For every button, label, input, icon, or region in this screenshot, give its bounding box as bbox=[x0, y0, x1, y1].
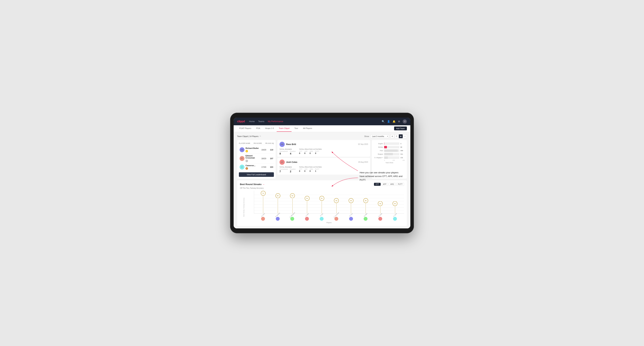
tournament-val-rees: 8 bbox=[280, 152, 288, 155]
bar-track-eagles bbox=[384, 142, 399, 145]
practice-item-josh: Practice 2 bbox=[290, 168, 296, 173]
streaks-panel: Best Round Streaks ← OTT APP ARG PUTT Of… bbox=[237, 180, 407, 226]
bar-chart-inner: Eagles 3 Birdies bbox=[374, 142, 405, 159]
col-ewert: 7x bbox=[261, 191, 266, 213]
bar-row-birdies: Birdies 96 bbox=[374, 146, 405, 148]
axis-0: 0 bbox=[384, 160, 385, 161]
edit-icon[interactable]: ✏ bbox=[260, 135, 261, 137]
navbar: clippd Home Teams My Performance 🔍 👤 🔔 ⚙… bbox=[234, 118, 410, 125]
chart-columns: 7x 6x bbox=[254, 191, 404, 213]
bar-track-birdies bbox=[384, 146, 399, 148]
activities-group-rees: Total Practice Activities OTT 0 APP bbox=[299, 148, 322, 155]
card-header-rees: RB Rees Britt 02 Sep 2023 bbox=[280, 142, 368, 147]
team-header: Team Clippd | 14 Players ✏ Show Last 3 m… bbox=[237, 134, 407, 138]
bar-count-pars: 499 bbox=[400, 150, 405, 152]
search-icon[interactable]: 🔍 bbox=[382, 120, 385, 123]
view-leaderboard-btn[interactable]: View Full Leaderboard bbox=[239, 172, 274, 177]
activities-sub-rees: OTT 0 APP 0 ARG bbox=[299, 151, 322, 154]
player-score-2: 18/20 bbox=[261, 158, 266, 160]
time-period-select[interactable]: Last 3 months Last 6 months Last 12 mont… bbox=[370, 135, 389, 138]
grid-view-btn[interactable]: ⊞ bbox=[390, 134, 394, 138]
subnav-team-clippd[interactable]: Team Clippd bbox=[277, 125, 292, 132]
streaks-title-text: Best Round Streaks bbox=[240, 183, 262, 185]
show-label: Show bbox=[364, 135, 369, 137]
subnav-tour[interactable]: Tour bbox=[292, 125, 300, 132]
add-team-button[interactable]: Add Team bbox=[394, 127, 407, 130]
sub-nav: PGAT Players PGA Hcaps 1-5 Team Clippd T… bbox=[234, 125, 410, 132]
subnav-hcaps[interactable]: Hcaps 1-5 bbox=[263, 125, 276, 132]
gridline-4 bbox=[254, 204, 404, 204]
avatar-quick bbox=[393, 217, 397, 221]
col-quick: 3x bbox=[392, 191, 398, 213]
player-row-1: RB Richard Butler 1 19/20 110 bbox=[239, 146, 274, 154]
player-score-3: 17/20 bbox=[261, 166, 266, 168]
time-period-wrapper: Last 3 months Last 6 months Last 12 mont… bbox=[370, 135, 389, 138]
user-avatar[interactable]: U bbox=[403, 119, 407, 124]
rounds-sub-rees: Tournament 8 Practice 4 bbox=[280, 151, 296, 155]
x-col-mcherg: B. McHerg bbox=[273, 214, 282, 216]
filter-ott[interactable]: OTT bbox=[374, 183, 380, 186]
tournament-label-rees: Tournament bbox=[280, 151, 288, 152]
filter-app[interactable]: APP bbox=[381, 183, 388, 186]
avatar-mcherg bbox=[276, 217, 280, 221]
avatar-butler bbox=[378, 217, 382, 221]
axis-200: 200 bbox=[392, 160, 395, 161]
card-avatar-josh: JC bbox=[280, 160, 285, 165]
filter-arg[interactable]: ARG bbox=[389, 183, 396, 186]
x-col-billingham: D. Billingham bbox=[288, 214, 296, 216]
player-name-2: Edward Crossman bbox=[246, 155, 261, 159]
rounds-label-josh: Total Rounds bbox=[280, 166, 296, 168]
leaderboard-panel: PLAYER NAME PB SCORE PB AVG SQ RB Richar… bbox=[237, 140, 276, 179]
avatar-miller bbox=[364, 217, 368, 221]
gridline-6 bbox=[254, 198, 404, 198]
avatar-crossman bbox=[334, 217, 338, 221]
y-axis-area: Best Streak, Fairway Accuracy bbox=[240, 191, 254, 223]
bell-icon[interactable]: 🔔 bbox=[392, 120, 396, 123]
subnav-all-players[interactable]: All Players bbox=[301, 125, 314, 132]
x-col-ewert: E. Ewert bbox=[259, 214, 268, 216]
card-name-rees: Rees Britt bbox=[286, 143, 357, 146]
bubble-billingham: 6x bbox=[290, 193, 295, 198]
col-coles: 5x bbox=[305, 191, 310, 213]
bubble-mcherg: 6x bbox=[276, 193, 280, 198]
table-view-btn[interactable]: ≡ bbox=[403, 134, 407, 138]
tournament-item-rees: Tournament 8 bbox=[280, 151, 288, 155]
col-miller: 4x bbox=[363, 191, 368, 213]
subnav-pga[interactable]: PGA bbox=[254, 125, 262, 132]
user-icon[interactable]: 👤 bbox=[387, 120, 390, 123]
bubble-butler: 3x bbox=[378, 201, 383, 206]
arg-item-rees: ARG 0 bbox=[310, 151, 313, 154]
nav-my-performance[interactable]: My Performance bbox=[268, 120, 283, 123]
tournament-item-josh: Tournament 7 bbox=[280, 168, 288, 173]
player-avg-2: 107 bbox=[268, 158, 273, 160]
streaks-header: Best Round Streaks ← OTT APP ARG PUTT bbox=[240, 183, 404, 186]
app-logo: clippd bbox=[237, 120, 245, 123]
bubble-quick: 3x bbox=[392, 201, 398, 206]
activities-label-rees: Total Practice Activities bbox=[299, 148, 322, 150]
rounds-group-josh: Total Rounds Tournament 7 Practice bbox=[280, 166, 296, 173]
subnav-pgat[interactable]: PGAT Players bbox=[237, 125, 254, 132]
annotation-text: Here you can see streaks your players ha… bbox=[360, 171, 404, 182]
bar-label-eagles: Eagles bbox=[374, 143, 383, 145]
show-controls: Show Last 3 months Last 6 months Last 12… bbox=[364, 134, 407, 138]
nav-teams[interactable]: Teams bbox=[258, 120, 264, 123]
settings-icon[interactable]: ⚙ bbox=[398, 120, 400, 123]
bar-fill-bogeys bbox=[384, 153, 393, 155]
streaks-subtitle: Off The Tee, Fairway Accuracy bbox=[240, 187, 404, 189]
nav-home[interactable]: Home bbox=[249, 120, 254, 123]
team-name-label: Team Clippd | 14 Players bbox=[237, 135, 258, 137]
activities-group-josh: Total Practice Activities OTT 0 APP bbox=[299, 166, 322, 173]
x-col-quick: C. Quick bbox=[390, 214, 399, 216]
line-crossman bbox=[336, 203, 336, 213]
bar-count-eagles: 3 bbox=[400, 143, 405, 145]
line-miller bbox=[366, 203, 366, 213]
list-view-btn[interactable]: ☰ bbox=[394, 134, 398, 138]
card-view-btn[interactable]: ▦ bbox=[399, 134, 403, 138]
bar-track-bogeys bbox=[384, 153, 399, 155]
filter-putt[interactable]: PUTT bbox=[396, 183, 404, 186]
avatar-ewert bbox=[261, 217, 265, 221]
rounds-sub-josh: Tournament 7 Practice 2 bbox=[280, 168, 296, 173]
streaks-title: Best Round Streaks ← bbox=[240, 183, 265, 186]
bar-track-dbogeys bbox=[384, 156, 399, 159]
bar-chart-footer: Total Shots bbox=[374, 162, 405, 164]
